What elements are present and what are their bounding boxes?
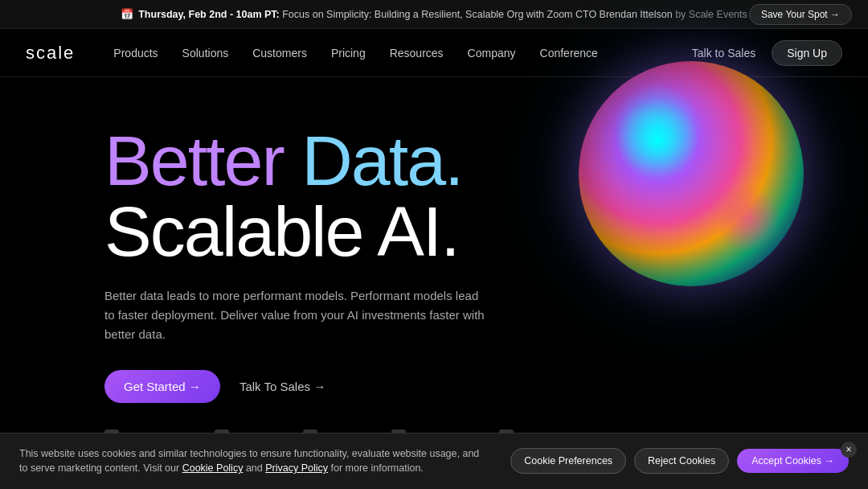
hero-subtitle: Better data leads to more performant mod…: [104, 286, 490, 344]
hero-buttons: Get Started → Talk To Sales →: [104, 370, 868, 403]
nav-resources[interactable]: Resources: [390, 47, 444, 60]
hero-data: Data.: [301, 121, 462, 200]
hero-orb: [579, 61, 804, 286]
cookie-close-button[interactable]: ×: [841, 442, 857, 458]
nav-links: Products Solutions Customers Pricing Res…: [113, 47, 691, 60]
cookie-banner: × This website uses cookies and similar …: [0, 433, 868, 490]
nav-customers[interactable]: Customers: [252, 47, 307, 60]
nav-products[interactable]: Products: [113, 47, 158, 60]
talk-to-sales-hero-link[interactable]: Talk To Sales →: [240, 380, 326, 393]
cookie-policy-link[interactable]: Cookie Policy: [182, 462, 244, 474]
nav-solutions[interactable]: Solutions: [182, 47, 229, 60]
accept-cookies-button[interactable]: Accept Cookies →: [737, 449, 849, 473]
get-started-button[interactable]: Get Started →: [104, 370, 220, 403]
banner-suffix: by Scale Events: [675, 9, 747, 20]
privacy-policy-link[interactable]: Privacy Policy: [265, 462, 328, 474]
cookie-and: and: [246, 462, 263, 474]
nav-conference[interactable]: Conference: [540, 47, 598, 60]
cookie-actions: Cookie Preferences Reject Cookies Accept…: [510, 448, 849, 474]
nav-pricing[interactable]: Pricing: [331, 47, 366, 60]
top-banner: 📅 Thursday, Feb 2nd - 10am PT: Focus on …: [0, 0, 868, 29]
reject-cookies-button[interactable]: Reject Cookies: [634, 448, 729, 474]
save-spot-button[interactable]: Save Your Spot →: [749, 4, 852, 25]
hero-section: Better Data. Scalable AI. Better data le…: [0, 77, 868, 431]
cookie-text: This website uses cookies and similar te…: [19, 446, 485, 477]
logo: scale: [26, 43, 75, 64]
banner-body: Focus on Simplicity: Building a Resilien…: [282, 9, 672, 20]
nav-company[interactable]: Company: [468, 47, 516, 60]
hero-better: Better: [104, 121, 284, 200]
calendar-icon: 📅: [121, 8, 133, 20]
hero-scalable-ai: Scalable AI.: [104, 191, 459, 271]
hero-orb-container: [579, 61, 820, 318]
banner-date: Thursday, Feb 2nd - 10am PT:: [138, 9, 280, 20]
cookie-more-info: for more information.: [331, 462, 424, 474]
talk-to-sales-link[interactable]: Talk to Sales: [692, 47, 755, 60]
cookie-preferences-button[interactable]: Cookie Preferences: [510, 448, 626, 474]
banner-text: Thursday, Feb 2nd - 10am PT: Focus on Si…: [138, 9, 747, 20]
